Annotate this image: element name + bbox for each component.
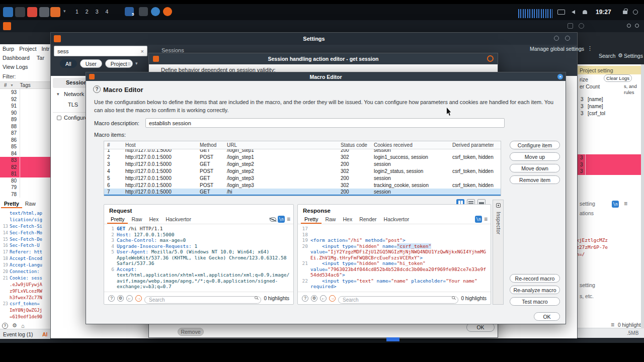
macro-table-row[interactable]: 7 http://127.0.0.1:5000 GET /hi 200 sess… xyxy=(104,189,501,196)
scope-pill[interactable]: All xyxy=(60,59,77,68)
log-table-row[interactable]: 88 xyxy=(0,123,50,130)
speaker-icon[interactable] xyxy=(572,10,575,14)
hide-nonprintable-icon[interactable] xyxy=(270,217,276,222)
prev-match-icon[interactable]: ← xyxy=(320,295,327,302)
menu-item[interactable]: Project xyxy=(19,46,36,52)
editor-tab[interactable]: Pretty xyxy=(1,200,22,208)
clear-search-icon[interactable]: × xyxy=(138,48,147,54)
gear-icon[interactable]: ⚙ xyxy=(12,322,17,329)
sidebar-item-network[interactable]: Network xyxy=(64,91,84,97)
item-action-button[interactable]: Move down xyxy=(510,164,560,172)
log-table-row[interactable]: 80 xyxy=(0,177,50,185)
macro-table-row[interactable]: 2 http://127.0.0.1:5000 POST /login_step… xyxy=(104,153,501,160)
status-ring-icon[interactable] xyxy=(633,10,638,15)
log-table-row[interactable]: 78 xyxy=(0,191,50,198)
menu-item[interactable]: Burp xyxy=(3,46,14,52)
editor-tab[interactable]: Hex xyxy=(145,215,162,224)
nonprintable-toggle-icon[interactable]: \n xyxy=(278,216,285,223)
help-icon[interactable]: ? xyxy=(93,85,101,93)
log-table-row[interactable]: 82 xyxy=(0,164,50,171)
panel-icon[interactable] xyxy=(579,23,584,29)
workspace-number[interactable]: 3 xyxy=(96,9,99,15)
editor-tab[interactable]: Raw xyxy=(128,215,145,224)
log-table-row[interactable]: 91 xyxy=(0,103,50,110)
app-icon-7[interactable] xyxy=(139,7,148,16)
workspace-number[interactable]: 2 xyxy=(86,9,89,15)
hamburger-icon[interactable]: ≡ xyxy=(611,321,614,328)
close-icon[interactable] xyxy=(487,55,494,62)
editor-tab[interactable]: Pretty xyxy=(301,215,321,224)
log-table-header[interactable]: # ▾ Tags xyxy=(0,81,50,89)
macro-action-button[interactable]: Test macro xyxy=(510,297,560,306)
settings-label[interactable]: Settings xyxy=(624,53,643,59)
tag-row[interactable]: 3 [csrf_tol xyxy=(578,110,644,117)
close-icon[interactable]: × xyxy=(557,74,563,79)
editor-tab[interactable]: Hackvertor xyxy=(162,215,195,224)
bell-icon[interactable] xyxy=(583,10,587,14)
tag-row[interactable]: 3 [name] xyxy=(578,103,644,110)
settings-titlebar[interactable]: Settings xyxy=(51,33,577,45)
editor-tab[interactable]: Raw xyxy=(22,200,39,208)
macro-action-button[interactable]: Re-record macro xyxy=(510,274,560,283)
macro-editor-titlebar[interactable]: Macro Editor × xyxy=(86,72,566,81)
response-code[interactable]: 17 18 19 <form action="/hi" method="post… xyxy=(298,224,491,292)
macro-description-input[interactable] xyxy=(145,118,505,128)
chevron-down-icon[interactable]: ▾ xyxy=(135,61,138,66)
grid-icon[interactable] xyxy=(568,23,573,29)
editor-tab[interactable]: Pretty xyxy=(107,215,128,224)
log-col-tags[interactable]: Tags xyxy=(13,82,31,88)
close-icon[interactable] xyxy=(565,36,570,41)
log-table-row[interactable]: 79 xyxy=(0,184,50,191)
app-icon-5[interactable] xyxy=(50,7,60,17)
home-icon[interactable]: ⌂ xyxy=(21,323,25,329)
remove-button[interactable]: Remove xyxy=(178,328,204,336)
inspector-panel[interactable]: Inspector xyxy=(493,200,504,305)
macro-table-row[interactable]: 5 http://127.0.0.1:5000 GET /login_step3… xyxy=(104,174,501,182)
col-host[interactable]: Host xyxy=(122,142,197,148)
col-url[interactable]: URL xyxy=(224,142,338,148)
circle-icon-1[interactable] xyxy=(627,24,631,28)
gear-icon[interactable]: ⚙ xyxy=(117,295,124,302)
scope-pill[interactable]: User xyxy=(80,59,102,68)
macro-table-row[interactable]: 6 http://127.0.0.1:5000 POST /login_step… xyxy=(104,182,501,189)
log-table-row[interactable]: 92 xyxy=(0,96,50,103)
hamburger-icon[interactable]: ≡ xyxy=(287,216,290,223)
tag-row[interactable]: 3 [name] xyxy=(578,96,644,103)
app-icon-orange[interactable] xyxy=(163,7,172,16)
macro-table-row[interactable]: 4 http://127.0.0.1:5000 POST /login_step… xyxy=(104,167,501,174)
highlighted-log-row[interactable]: 3 xyxy=(578,168,644,175)
help-icon[interactable]: ? xyxy=(302,295,308,302)
editor-tab[interactable]: Raw xyxy=(321,215,339,224)
highlighted-log-row[interactable]: 3 xyxy=(578,154,644,161)
highlighted-log-row[interactable]: 3 xyxy=(578,161,644,168)
main-tab[interactable]: Tar xyxy=(37,55,44,61)
manage-global-settings-link[interactable]: Manage global settings xyxy=(530,46,584,52)
item-action-button[interactable]: Configure item xyxy=(510,141,560,149)
col-status[interactable]: Status code xyxy=(338,142,371,148)
macro-action-button[interactable]: Re-analyze macro xyxy=(510,286,560,294)
workspace-number[interactable]: 4 xyxy=(106,9,109,15)
project-setting-fragment[interactable]: Project setting xyxy=(580,67,613,73)
lock-icon[interactable] xyxy=(623,11,627,14)
main-scrollbar[interactable] xyxy=(641,64,644,328)
hamburger-icon[interactable]: ≡ xyxy=(624,200,627,207)
log-table-row[interactable]: 81 xyxy=(0,170,50,177)
help-icon[interactable]: ? xyxy=(108,295,115,302)
chevron-down-icon[interactable]: ▾ xyxy=(57,92,59,97)
clear-logs-button[interactable]: Clear Logs xyxy=(604,74,632,82)
editor-tab[interactable]: Hackvertor xyxy=(380,215,413,224)
item-action-button[interactable]: Remove item xyxy=(510,175,560,184)
event-log-label[interactable]: Event log (1) xyxy=(0,331,33,337)
workspace-number[interactable]: 1 xyxy=(75,9,78,15)
log-table-row[interactable]: 85 xyxy=(0,143,50,150)
log-table-row[interactable]: 84 xyxy=(0,150,50,157)
search-label[interactable]: Search xyxy=(599,53,615,59)
settings-search-input[interactable] xyxy=(54,47,138,55)
col-cookies[interactable]: Cookies received xyxy=(371,142,449,148)
next-match-icon[interactable]: → xyxy=(329,295,336,302)
help-icon[interactable]: ? xyxy=(2,323,8,329)
monitor-icon[interactable] xyxy=(557,10,565,15)
app-icon-browser[interactable] xyxy=(151,7,160,16)
maximize-icon[interactable] xyxy=(554,36,559,41)
macro-table-row[interactable]: 3 http://127.0.0.1:5000 GET /login_step2… xyxy=(104,160,501,167)
